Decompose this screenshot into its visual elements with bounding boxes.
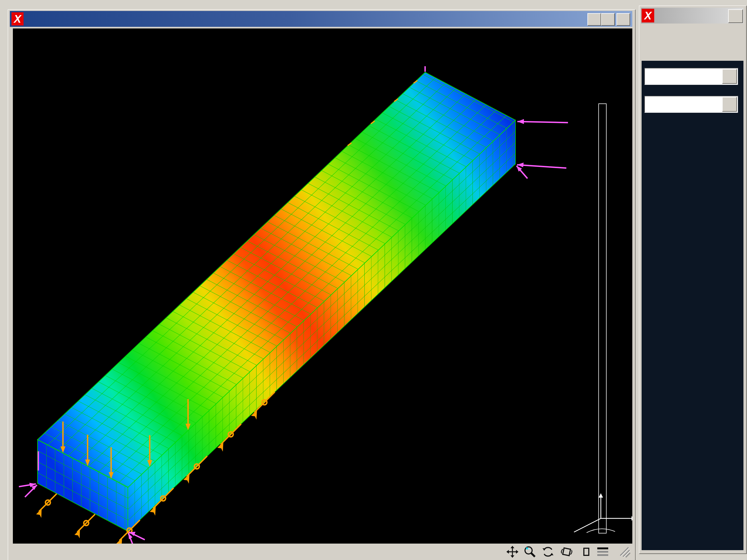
minimize-button[interactable] [587,13,601,26]
fea-model-scene [13,28,632,543]
beam-model [37,72,515,531]
maximize-button[interactable] [601,13,615,26]
palette-close-button[interactable] [728,9,743,23]
rotate-icon[interactable] [541,545,555,558]
pan-icon[interactable] [506,545,519,558]
zoom-window-icon[interactable] [580,545,593,558]
window-bottom-strip [10,543,632,559]
orientation-triad [574,493,632,533]
application-dropdown[interactable] [644,68,738,85]
graphics-viewport[interactable] [13,28,632,543]
colorbar-border [599,104,606,533]
chevron-down-icon[interactable] [722,69,737,84]
resize-grip[interactable] [618,545,631,558]
palette-content [642,61,743,550]
close-button[interactable] [616,13,630,26]
task-dropdown[interactable] [644,96,738,113]
display-options-icon[interactable] [596,545,609,558]
palette-logo-icon: X [642,9,654,22]
chevron-down-icon[interactable] [722,97,737,112]
dynamic-viewing-icon[interactable] [560,545,573,558]
zoom-icon[interactable] [523,545,537,558]
